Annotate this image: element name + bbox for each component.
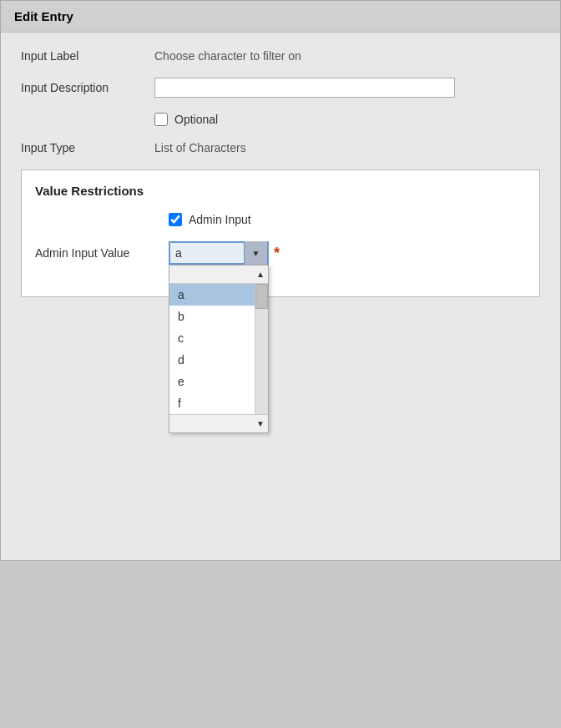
restrictions-title: Value Restrictions	[35, 184, 519, 198]
input-type-row: Input Type List of Characters	[21, 141, 540, 154]
admin-input-dropdown-wrapper: a a b c d	[169, 241, 269, 265]
admin-input-row: Admin Input	[35, 213, 519, 226]
list-item[interactable]: a	[169, 284, 255, 306]
scrollbar-thumb[interactable]	[255, 284, 268, 309]
optional-checkbox[interactable]	[154, 113, 168, 126]
admin-input-label: Admin Input	[189, 213, 251, 226]
list-item[interactable]: c	[169, 327, 255, 349]
list-item[interactable]: e	[169, 371, 255, 392]
input-label-label: Input Label	[21, 49, 154, 63]
input-description-row: Input Description	[21, 78, 540, 98]
restrictions-section: Value Restrictions Admin Input Admin Inp…	[21, 169, 540, 297]
page-container: Edit Entry Input Label Choose character …	[0, 0, 561, 728]
edit-entry-panel: Edit Entry Input Label Choose character …	[0, 0, 561, 561]
list-item[interactable]: f	[169, 392, 255, 414]
required-star: *	[274, 245, 280, 262]
scroll-up-button[interactable]	[169, 265, 268, 284]
dropdown-items: a b c d e f	[169, 284, 255, 414]
input-type-label: Input Type	[21, 141, 154, 154]
admin-input-value-label: Admin Input Value	[35, 246, 169, 260]
bottom-area	[0, 561, 561, 728]
admin-input-checkbox[interactable]	[169, 213, 182, 226]
input-description-field[interactable]	[154, 78, 455, 98]
list-with-scroll: a b c d e f	[169, 284, 268, 414]
dropdown-list: a b c d e f	[169, 265, 269, 433]
list-item[interactable]: b	[169, 306, 255, 327]
list-item[interactable]: d	[169, 349, 255, 371]
optional-row: Optional	[154, 113, 540, 126]
input-label-value: Choose character to filter on	[154, 49, 301, 63]
admin-input-dropdown[interactable]: a	[169, 241, 269, 265]
panel-title: Edit Entry	[1, 1, 560, 33]
input-label-row: Input Label Choose character to filter o…	[21, 49, 540, 63]
admin-input-value-row: Admin Input Value a a	[35, 241, 519, 265]
scrollbar	[255, 284, 268, 414]
dropdown-arrow-icon[interactable]	[244, 241, 267, 265]
scroll-down-button[interactable]	[169, 414, 268, 432]
input-description-label: Input Description	[21, 81, 154, 94]
panel-body: Input Label Choose character to filter o…	[1, 33, 560, 314]
optional-label: Optional	[174, 113, 218, 126]
input-type-value: List of Characters	[154, 141, 246, 154]
dropdown-selected-value: a	[170, 246, 244, 260]
